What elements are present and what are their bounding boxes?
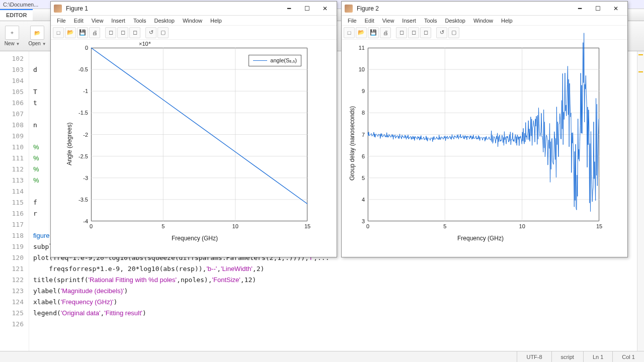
svg-text:-0.5: -0.5: [78, 66, 88, 72]
toolbar-button[interactable]: ▢: [448, 27, 459, 38]
toolbar-button[interactable]: □: [344, 27, 355, 38]
toolbar-button[interactable]: ◻: [420, 27, 431, 38]
figure1-xlabel: Frequency (GHz): [172, 235, 218, 242]
statusbar: UTF-8 script Ln 1 Col 1: [0, 351, 644, 362]
svg-text:9: 9: [362, 88, 365, 94]
menu-view[interactable]: View: [379, 17, 397, 24]
legend-swatch: [253, 60, 267, 61]
status-encoding: UTF-8: [517, 351, 551, 362]
toolbar-button[interactable]: 📂: [356, 27, 367, 38]
svg-text:15: 15: [304, 223, 310, 229]
svg-text:-3: -3: [83, 175, 88, 181]
legend-label: angle(S₂,₁): [270, 57, 297, 64]
figure2-title: Figure 2: [357, 5, 567, 12]
toolbar-button[interactable]: 🖨: [89, 27, 100, 38]
status-line: Ln 1: [583, 351, 612, 362]
toolbar-button[interactable]: ◻: [105, 27, 116, 38]
menu-desktop[interactable]: Desktop: [442, 17, 468, 24]
line-gutter: 102 103 104 105 106 107 108 109 110 111 …: [0, 51, 29, 351]
y-exponent: ×10⁴: [139, 41, 150, 47]
svg-text:3: 3: [362, 218, 365, 224]
maximize-button[interactable]: ☐: [298, 4, 315, 14]
toolbar-button[interactable]: 📂: [65, 27, 76, 38]
figure2-xlabel: Frequency (GHz): [457, 235, 504, 242]
menu-insert[interactable]: Insert: [399, 17, 419, 24]
tab-editor[interactable]: EDITOR: [0, 9, 33, 21]
figure1-window[interactable]: Figure 1 ━ ☐ ✕ FileEditViewInsertToolsDe…: [50, 1, 337, 257]
figure1-ylabel: Angle (degrees): [66, 123, 73, 165]
svg-text:-2.5: -2.5: [78, 153, 88, 159]
new-button[interactable]: ＋ New ▼: [3, 26, 21, 46]
svg-text:0: 0: [366, 223, 369, 229]
status-col: Col 1: [612, 351, 644, 362]
svg-text:0: 0: [85, 45, 88, 51]
minimap-scrollbar[interactable]: [637, 51, 644, 351]
toolbar-button[interactable]: ◻: [117, 27, 128, 38]
svg-text:-1.5: -1.5: [78, 110, 88, 116]
toolbar-button[interactable]: ◻: [129, 27, 140, 38]
svg-text:10: 10: [519, 223, 525, 229]
svg-text:0: 0: [90, 223, 93, 229]
figure1-title: Figure 1: [66, 5, 276, 12]
svg-text:5: 5: [162, 223, 165, 229]
menu-edit[interactable]: Edit: [362, 17, 377, 24]
svg-text:7: 7: [362, 132, 365, 138]
svg-text:-3.5: -3.5: [78, 197, 88, 203]
figure1-titlebar[interactable]: Figure 1 ━ ☐ ✕: [51, 2, 337, 16]
figure1-toolbar: □📂💾🖨◻◻◻↺▢: [51, 26, 337, 40]
matlab-logo-icon: [54, 5, 62, 13]
svg-text:-1: -1: [83, 88, 88, 94]
svg-text:10: 10: [232, 223, 238, 229]
menu-tools[interactable]: Tools: [421, 17, 440, 24]
menu-window[interactable]: Window: [470, 17, 496, 24]
close-button[interactable]: ✕: [607, 4, 624, 14]
svg-text:15: 15: [596, 223, 602, 229]
close-button[interactable]: ✕: [316, 4, 334, 14]
toolbar-button[interactable]: ↺: [436, 27, 447, 38]
svg-text:-2: -2: [83, 132, 88, 138]
figure2-axes-area: 05101534567891011 Group delay (nanosecon…: [342, 40, 627, 257]
figure1-axes-area: ×10⁴ 051015-4-3.5-3-2.5-2-1.5-1-0.50 ang…: [51, 40, 337, 257]
matlab-logo-icon: [345, 5, 353, 13]
figure2-titlebar[interactable]: Figure 2 ━ ☐ ✕: [342, 2, 627, 16]
toolbar-button[interactable]: ↺: [145, 27, 156, 38]
open-button[interactable]: 📂 Open ▼: [28, 26, 46, 46]
svg-text:5: 5: [362, 175, 365, 181]
menu-window[interactable]: Window: [180, 17, 205, 24]
figure1-plot-svg: 051015-4-3.5-3-2.5-2-1.5-1-0.50: [91, 48, 307, 221]
toolbar-button[interactable]: □: [53, 27, 64, 38]
toolbar-button[interactable]: 💾: [77, 27, 88, 38]
toolbar-button[interactable]: 🖨: [380, 27, 391, 38]
status-filetype: script: [551, 351, 583, 362]
menu-help[interactable]: Help: [207, 17, 225, 24]
menu-help[interactable]: Help: [498, 17, 516, 24]
minimize-button[interactable]: ━: [571, 4, 588, 14]
new-icon: ＋: [5, 26, 19, 40]
svg-text:4: 4: [362, 197, 365, 203]
toolbar-button[interactable]: 💾: [368, 27, 379, 38]
svg-text:-4: -4: [83, 218, 88, 224]
menu-edit[interactable]: Edit: [71, 17, 87, 24]
maximize-button[interactable]: ☐: [589, 4, 606, 14]
menu-tools[interactable]: Tools: [130, 17, 149, 24]
main-title-text: C:\Documen...: [3, 2, 38, 8]
toolbar-button[interactable]: ▢: [157, 27, 169, 38]
toolbar-button[interactable]: ◻: [408, 27, 419, 38]
menu-desktop[interactable]: Desktop: [151, 17, 178, 24]
figure2-menubar: FileEditViewInsertToolsDesktopWindowHelp: [342, 16, 627, 26]
minimize-button[interactable]: ━: [280, 4, 297, 14]
toolbar-button[interactable]: ◻: [396, 27, 407, 38]
svg-text:11: 11: [359, 45, 365, 51]
open-icon: 📂: [30, 26, 44, 40]
menu-insert[interactable]: Insert: [108, 17, 128, 24]
svg-text:6: 6: [362, 153, 365, 159]
menu-file[interactable]: File: [54, 17, 69, 24]
figure2-toolbar: □📂💾🖨◻◻◻↺▢: [342, 26, 627, 40]
figure1-menubar: FileEditViewInsertToolsDesktopWindowHelp: [51, 16, 337, 26]
menu-view[interactable]: View: [89, 17, 107, 24]
figure1-legend[interactable]: angle(S₂,₁): [249, 55, 301, 66]
svg-text:10: 10: [359, 66, 365, 72]
figure2-plot-svg: 05101534567891011: [368, 48, 599, 221]
figure2-window[interactable]: Figure 2 ━ ☐ ✕ FileEditViewInsertToolsDe…: [341, 1, 628, 257]
menu-file[interactable]: File: [345, 17, 360, 24]
